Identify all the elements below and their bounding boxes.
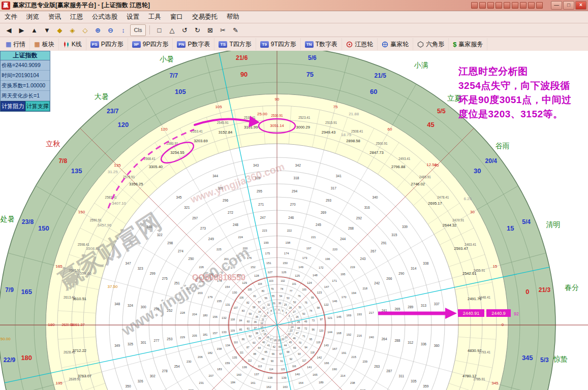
svg-text:立秋: 立秋 bbox=[46, 140, 60, 148]
svg-text:344: 344 bbox=[212, 174, 218, 178]
svg-text:3356.25: 3356.25 bbox=[129, 182, 143, 186]
menu-item-file[interactable]: 文件 bbox=[0, 13, 22, 21]
quick-button[interactable] bbox=[528, 2, 535, 9]
svg-text:7/7: 7/7 bbox=[169, 72, 178, 79]
scale-icon[interactable]: ↕ bbox=[117, 24, 129, 36]
annotation-line: 环是90度3051点，中间过 bbox=[458, 93, 586, 107]
diamond-open-icon[interactable]: ◇ bbox=[79, 24, 91, 36]
svg-text:0: 0 bbox=[502, 322, 504, 327]
trend-up-icon[interactable]: ▲ bbox=[28, 24, 40, 36]
tool-sectors[interactable]: ▦ 板块 bbox=[30, 38, 58, 50]
svg-text:67: 67 bbox=[280, 352, 283, 355]
svg-text:264: 264 bbox=[382, 337, 387, 341]
svg-text:338: 338 bbox=[423, 262, 428, 265]
quick-button[interactable] bbox=[520, 2, 527, 9]
menu-item-tools[interactable]: 工具 bbox=[144, 13, 166, 21]
zoom-in-icon[interactable]: ⊕ bbox=[92, 24, 104, 36]
diamond-solid-icon[interactable]: ◆ bbox=[54, 24, 66, 36]
menu-item-settings[interactable]: 设置 bbox=[122, 13, 144, 21]
svg-text:7: 7 bbox=[274, 308, 276, 311]
svg-text:102: 102 bbox=[281, 279, 285, 282]
svg-text:345: 345 bbox=[176, 196, 182, 199]
menu-item-browse[interactable]: 浏览 bbox=[22, 13, 44, 21]
calc-support-button[interactable]: 计算支撑 bbox=[25, 101, 50, 111]
svg-text:大暑: 大暑 bbox=[95, 92, 109, 101]
quick-button[interactable] bbox=[512, 2, 518, 9]
svg-text:242: 242 bbox=[374, 281, 380, 285]
svg-text:3457.96: 3457.96 bbox=[98, 223, 111, 228]
menu-item-help[interactable]: 帮助 bbox=[222, 13, 244, 21]
triangle-tool-icon[interactable]: △ bbox=[166, 24, 178, 36]
svg-text:326: 326 bbox=[138, 379, 143, 383]
tool-winner-wheel[interactable]: 赢家轮 bbox=[378, 38, 413, 50]
svg-text:349: 349 bbox=[114, 344, 120, 347]
tool-label: 江恩轮 bbox=[355, 40, 373, 49]
svg-text:161: 161 bbox=[251, 381, 256, 384]
tool-hexagon[interactable]: 六角形 bbox=[413, 38, 449, 50]
rotate-ccw-icon[interactable]: ↺ bbox=[179, 24, 191, 36]
maximize-button[interactable]: □ bbox=[563, 1, 574, 10]
svg-text:23/7: 23/7 bbox=[107, 108, 119, 115]
rect-tool-icon[interactable]: □ bbox=[153, 24, 165, 36]
minimize-button[interactable]: — bbox=[551, 1, 562, 10]
quick-button[interactable] bbox=[479, 2, 486, 9]
svg-text:61: 61 bbox=[247, 327, 250, 330]
tool-quotes[interactable]: ▦ 行情 bbox=[2, 38, 30, 50]
menu-item-news[interactable]: 资讯 bbox=[44, 13, 66, 21]
quick-button[interactable] bbox=[536, 2, 543, 9]
svg-text:25: 25 bbox=[297, 320, 300, 323]
grid-box-icon[interactable]: ⊠ bbox=[204, 24, 216, 36]
svg-text:266: 266 bbox=[386, 277, 392, 280]
svg-text:63: 63 bbox=[253, 341, 256, 344]
svg-text:248: 248 bbox=[233, 223, 238, 226]
svg-text:130: 130 bbox=[232, 291, 237, 294]
svg-text:77: 77 bbox=[290, 289, 293, 292]
rotate-cw-icon[interactable]: ↻ bbox=[192, 24, 203, 36]
svg-text:60: 60 bbox=[388, 127, 392, 132]
quick-button[interactable] bbox=[496, 2, 502, 9]
svg-text:21/6: 21/6 bbox=[236, 54, 248, 61]
svg-text:360: 360 bbox=[434, 344, 440, 347]
menu-item-trade[interactable]: 交易委托 bbox=[188, 13, 222, 21]
menu-item-window[interactable]: 窗口 bbox=[166, 13, 188, 21]
tool-9p-square[interactable]: 9P 9P四方形 bbox=[128, 38, 173, 50]
tool-p-table[interactable]: PN P数字表 bbox=[173, 38, 214, 50]
tool-t-table[interactable]: TN T数字表 bbox=[301, 38, 342, 50]
calc-resistance-button[interactable]: 计算阻力 bbox=[1, 101, 25, 111]
menu-item-formula-stock[interactable]: 公式选股 bbox=[87, 13, 122, 21]
svg-text:15: 15 bbox=[492, 264, 497, 269]
svg-text:112: 112 bbox=[247, 359, 252, 362]
tool-9t-square[interactable]: T9 9T四方形 bbox=[256, 38, 301, 50]
close-button[interactable]: × bbox=[575, 1, 586, 10]
quick-button[interactable] bbox=[504, 2, 510, 9]
tool-p-square[interactable]: PS P四方形 bbox=[86, 38, 128, 50]
svg-text:199: 199 bbox=[264, 241, 269, 244]
cls-button[interactable]: Cls bbox=[130, 24, 146, 36]
svg-text:182: 182 bbox=[208, 351, 213, 354]
tool-winner-service[interactable]: $ 赢家服务 bbox=[449, 38, 487, 50]
forward-icon[interactable]: ▶ bbox=[16, 24, 27, 36]
cut-icon[interactable]: ✂ bbox=[217, 24, 229, 36]
svg-text:90: 90 bbox=[275, 97, 280, 102]
analysis-annotation: 江恩时空分析图 3254点失守，向下波段循 环是90度3051点，中间过 度位是… bbox=[458, 64, 586, 121]
svg-text:214: 214 bbox=[341, 374, 346, 377]
svg-text:180: 180 bbox=[21, 354, 32, 362]
svg-text:335: 335 bbox=[411, 379, 416, 383]
diamond-half-icon[interactable]: ◈ bbox=[67, 24, 78, 36]
zoom-out-icon[interactable]: ⊖ bbox=[105, 24, 116, 36]
svg-text:263: 263 bbox=[374, 365, 380, 368]
svg-text:45: 45 bbox=[427, 121, 434, 128]
draw-icon[interactable]: ✎ bbox=[230, 24, 241, 36]
menu-item-gann[interactable]: 江恩 bbox=[66, 13, 87, 21]
menubar: 文件 浏览 资讯 江恩 公式选股 设置 工具 窗口 交易委托 帮助 bbox=[0, 11, 588, 23]
trend-down-icon[interactable]: ▼ bbox=[41, 24, 53, 36]
back-icon[interactable]: ◀ bbox=[3, 24, 15, 36]
svg-text:123: 123 bbox=[317, 291, 322, 294]
quick-button[interactable] bbox=[487, 2, 494, 9]
tool-gann-wheel[interactable]: 江恩轮 bbox=[342, 38, 378, 50]
tool-t-square[interactable]: TS T四方形 bbox=[214, 38, 256, 50]
tool-kline[interactable]: K线 bbox=[59, 38, 86, 50]
svg-text:3407.10: 3407.10 bbox=[112, 201, 126, 206]
svg-text:3305.40: 3305.40 bbox=[149, 165, 163, 169]
quick-button[interactable] bbox=[471, 2, 478, 9]
